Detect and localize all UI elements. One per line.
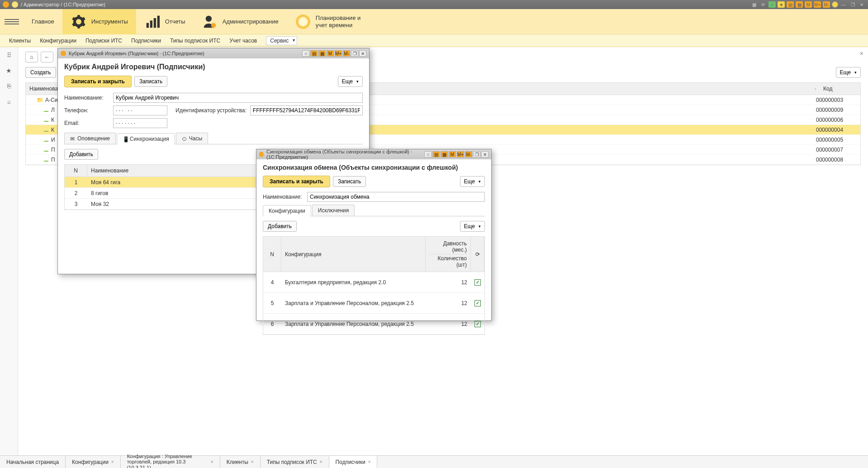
dialog1-save-close-button[interactable]: Записать и закрыть xyxy=(64,76,132,87)
nav-planning[interactable]: Планирование и учет времени xyxy=(287,9,378,34)
dialog1-tab-notify[interactable]: ✉Оповещение xyxy=(64,133,116,144)
tab-close-icon[interactable]: × xyxy=(111,459,114,464)
dialog1-titlebar[interactable]: Кубрик Андрей Игоревич (Подписчики) · (1… xyxy=(58,48,369,58)
dialog1-add-button[interactable]: Добавить xyxy=(64,149,98,160)
close-icon[interactable]: ✕ xyxy=(858,1,865,8)
grid-cell-check[interactable]: ✓ xyxy=(471,277,484,287)
dialog1-more-button[interactable]: Еще xyxy=(338,76,363,87)
nav-admin[interactable]: Администрирование xyxy=(194,9,287,34)
dialog2-grid-head-n[interactable]: N xyxy=(263,237,281,272)
back-button[interactable]: ← xyxy=(41,52,53,62)
dialog1-pin-icon[interactable]: ☆ xyxy=(302,50,309,57)
tab-close-icon[interactable]: × xyxy=(211,459,213,464)
dialog1-device-input[interactable] xyxy=(250,105,363,115)
dialog1-m[interactable]: M xyxy=(327,50,334,57)
subnav-its-subs[interactable]: Подписки ИТС xyxy=(85,38,122,44)
tb-memory-mminus[interactable]: M- xyxy=(823,1,830,8)
bottom-tab[interactable]: Подписчики× xyxy=(329,456,378,468)
dialog2-more-button[interactable]: Еще xyxy=(460,176,485,187)
grid-cell-check[interactable]: ✓ xyxy=(471,319,484,329)
dialog2-save-button[interactable]: Записать xyxy=(333,176,366,187)
dialog2-grid-more-button[interactable]: Еще xyxy=(460,221,485,232)
dialog2-add-button[interactable]: Добавить xyxy=(263,221,297,232)
dialog1-mminus[interactable]: M- xyxy=(343,50,350,57)
subnav-service-dropdown[interactable]: Сервис xyxy=(266,36,297,45)
dialog1-cal-icon[interactable]: ▦ xyxy=(318,50,326,57)
subnav-its-types[interactable]: Типы подписок ИТС xyxy=(170,38,220,44)
tb-memory-mplus[interactable]: M+ xyxy=(814,1,821,8)
nav-main[interactable]: Главное xyxy=(24,9,62,34)
dialog2-save-close-button[interactable]: Записать и закрыть xyxy=(263,176,330,187)
dialog1-grid-head-n[interactable]: N xyxy=(65,165,87,177)
bottom-tab[interactable]: Типы подписок ИТС× xyxy=(261,456,329,468)
tb-memory-m[interactable]: M xyxy=(805,1,812,8)
grid-cell-check[interactable]: ✓ xyxy=(471,298,484,308)
dialog2-grid-row[interactable]: 4Бухгалтерия предприятия, редакция 2.012… xyxy=(263,272,484,293)
dialog2-cal-icon[interactable]: ▦ xyxy=(441,151,448,158)
dialog1-save-button[interactable]: Записать xyxy=(134,76,167,87)
content-close-icon[interactable]: × xyxy=(860,50,863,57)
svg-point-5 xyxy=(211,23,216,28)
tab-close-icon[interactable]: × xyxy=(320,459,323,464)
home-button[interactable]: ⌂ xyxy=(25,52,38,62)
maximize-icon[interactable]: ❐ xyxy=(849,1,856,8)
dialog2-tab-configs[interactable]: Конфигурации xyxy=(263,205,311,216)
bottom-tab[interactable]: Начальная страница xyxy=(0,456,66,468)
dialog2-pin-icon[interactable]: ☆ xyxy=(424,151,432,158)
dialog2-calc-icon[interactable]: ▤ xyxy=(432,151,440,158)
create-button[interactable]: Создать xyxy=(25,67,56,78)
dialog1-maximize-icon[interactable]: ❐ xyxy=(351,50,358,57)
dialog1-tab-hours[interactable]: ⏲Часы xyxy=(176,133,208,144)
dialog2-mplus[interactable]: M+ xyxy=(457,151,464,158)
nav-tools[interactable]: Инструменты xyxy=(62,9,136,34)
subnav-subscribers[interactable]: Подписчики xyxy=(131,38,161,44)
dialog2-tab-exclusions[interactable]: Исключения xyxy=(312,205,355,216)
sidebar-copy-icon[interactable]: ⎘ xyxy=(5,81,14,91)
tb-calc-icon[interactable]: ▤ xyxy=(787,1,794,8)
bottom-tab[interactable]: Клиенты× xyxy=(220,456,261,468)
tb-grid-icon[interactable]: ▦ xyxy=(750,1,758,8)
dialog2-grid-row[interactable]: 6Зарплата и Управление Персоналом, редак… xyxy=(263,314,484,334)
subnav-clients[interactable]: Клиенты xyxy=(9,38,31,44)
tb-refresh-icon[interactable]: ⟳ xyxy=(759,1,767,8)
app-icon-dropdown[interactable] xyxy=(12,1,18,8)
dialog2-m[interactable]: M xyxy=(449,151,456,158)
dialog2-maximize-icon[interactable]: ❐ xyxy=(473,151,480,158)
bottom-tab[interactable]: Конфигурация : Управление торговлей, ред… xyxy=(121,456,220,468)
nav-reports[interactable]: Отчеты xyxy=(136,9,194,34)
dialog2-grid-head-check[interactable]: ⟳ xyxy=(471,237,484,272)
more-button[interactable]: Еще xyxy=(836,67,861,78)
sort-arrow-icon[interactable]: ↑ xyxy=(814,86,816,91)
svg-point-7 xyxy=(299,18,307,25)
info-icon[interactable] xyxy=(832,1,838,8)
dialog1-phone-input[interactable] xyxy=(113,105,167,115)
dialog2-grid-row[interactable]: 5Зарплата и Управление Персоналом, редак… xyxy=(263,293,484,314)
tab-close-icon[interactable]: × xyxy=(251,459,254,464)
tab-close-icon[interactable]: × xyxy=(368,459,371,464)
sidebar-grid-icon[interactable]: ⠿ xyxy=(5,51,14,60)
dialog1-mplus[interactable]: M+ xyxy=(335,50,342,57)
subnav-configs[interactable]: Конфигурации xyxy=(40,38,76,44)
dialog1-calc-icon[interactable]: ▤ xyxy=(310,50,318,57)
tb-star-icon[interactable]: ★ xyxy=(778,1,785,8)
dialog2-grid-head-config[interactable]: Конфигурация xyxy=(281,237,426,272)
sidebar-star-icon[interactable]: ★ xyxy=(5,66,14,75)
bottom-tab[interactable]: Конфигурации× xyxy=(66,456,121,468)
dialog1-name-input[interactable] xyxy=(113,93,363,103)
dialog2-grid-head-age-qty[interactable]: Давность (мес.) Количество (шт) xyxy=(426,237,471,272)
dialog1-close-icon[interactable]: ✕ xyxy=(359,50,366,57)
dialog2-mminus[interactable]: M- xyxy=(465,151,472,158)
dialog2-titlebar[interactable]: Синхронизация обмена (Объекты синхрониза… xyxy=(256,149,491,159)
hamburger-menu[interactable] xyxy=(5,19,19,24)
dialog1-email-input[interactable] xyxy=(113,118,167,128)
list-row-code: 000000003 xyxy=(816,97,857,103)
tb-calendar-icon[interactable]: ▦ xyxy=(796,1,803,8)
dialog2-close-icon[interactable]: ✕ xyxy=(481,151,489,158)
sidebar-search-icon[interactable]: ⌕ xyxy=(5,97,14,106)
dialog1-tab-sync[interactable]: 📱Синхронизация xyxy=(117,133,175,144)
tb-green-icon[interactable]: ✓ xyxy=(768,1,776,8)
list-header-code[interactable]: Код xyxy=(820,83,860,95)
dialog2-name-input[interactable] xyxy=(307,192,485,202)
subnav-hours[interactable]: Учет часов xyxy=(229,38,257,44)
minimize-icon[interactable]: — xyxy=(840,1,847,8)
